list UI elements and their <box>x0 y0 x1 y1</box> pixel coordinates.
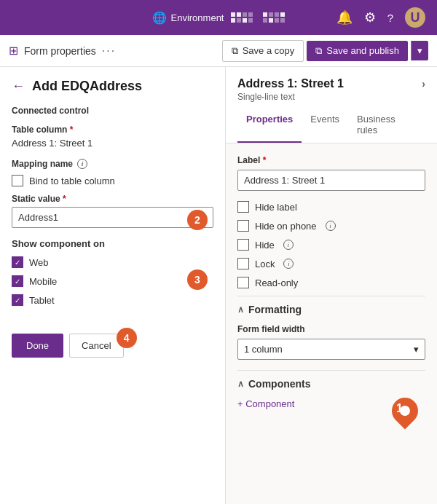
hide-checkbox[interactable] <box>237 239 249 251</box>
field-subtitle: Single-line text <box>237 92 425 102</box>
left-panel-inner: ← Add EDQAddress Connected control Table… <box>12 79 213 358</box>
save-publish-button[interactable]: ⧉ Save and publish <box>307 41 408 61</box>
gear-icon[interactable]: ⚙ <box>364 9 376 25</box>
mapping-name-info-icon[interactable]: i <box>77 159 87 169</box>
panel-title: Add EDQAddress <box>32 79 142 94</box>
right-header: Address 1: Street 1 › Single-line text P… <box>226 67 437 143</box>
panel-title-row: ← Add EDQAddress <box>12 79 213 94</box>
select-chevron-icon: ▾ <box>414 344 419 355</box>
required-indicator: * <box>70 125 74 135</box>
tab-events[interactable]: Events <box>302 108 348 143</box>
form-field-width-value: 1 column <box>244 344 283 355</box>
toolbar-right: ⧉ Save a copy ⧉ Save and publish ▾ <box>222 40 428 62</box>
hide-on-phone-row: Hide on phone i <box>237 220 425 232</box>
label-field-label: Label * <box>237 155 425 165</box>
hide-row: Hide i <box>237 239 425 251</box>
mobile-checkbox-row: ✓ Mobile <box>12 275 213 287</box>
tablet-checkbox[interactable]: ✓ <box>12 294 23 306</box>
hide-label-text: Hide label <box>255 202 297 213</box>
right-header-title-row: Address 1: Street 1 › <box>237 77 425 90</box>
hide-on-phone-text: Hide on phone <box>255 221 317 232</box>
tab-properties[interactable]: Properties <box>237 108 302 143</box>
step-badge-1-wrapper: 1 <box>392 398 418 424</box>
hide-text: Hide <box>255 240 275 251</box>
environment-section: 🌐 Environment <box>152 11 286 25</box>
tab-business-rules[interactable]: Business rules <box>348 108 425 143</box>
static-value-wrapper: 2 <box>12 207 213 228</box>
more-options-icon[interactable]: ··· <box>102 44 116 58</box>
field-title: Address 1: Street 1 <box>237 77 344 90</box>
save-publish-dropdown-button[interactable]: ▾ <box>411 41 428 60</box>
step-badge-3: 3 <box>187 269 208 290</box>
bind-to-table-checkbox[interactable] <box>12 175 23 186</box>
show-component-section: ✓ Web ✓ Mobile ✓ Tablet 3 <box>12 256 213 306</box>
copy-icon: ⧉ <box>232 45 238 57</box>
done-button[interactable]: Done <box>12 334 63 358</box>
top-navigation-bar: 🌐 Environment 🔔 ⚙ ? U <box>0 0 437 35</box>
avatar[interactable]: U <box>405 7 425 28</box>
right-body: Label * Hide label Hide on phone i Hide … <box>226 143 437 421</box>
bell-icon[interactable]: 🔔 <box>336 9 353 25</box>
static-value-input[interactable] <box>12 207 213 228</box>
hide-on-phone-checkbox[interactable] <box>237 220 249 232</box>
top-bar-actions: 🔔 ⚙ ? U <box>336 7 425 28</box>
formatting-chevron-icon: ∧ <box>237 304 244 315</box>
back-arrow-icon[interactable]: ← <box>12 79 25 94</box>
web-label: Web <box>29 257 49 268</box>
help-icon[interactable]: ? <box>387 12 393 24</box>
tablet-checkbox-row: ✓ Tablet <box>12 294 213 306</box>
app-grid-icon-2 <box>263 12 285 23</box>
mapping-name-label: Mapping name <box>12 159 73 169</box>
form-field-width-label: Form field width <box>237 324 425 334</box>
tablet-label: Tablet <box>29 295 55 306</box>
bottom-buttons: Done Cancel 4 <box>12 334 213 358</box>
field-properties-panel: Address 1: Street 1 › Single-line text P… <box>226 67 437 504</box>
tabs-bar: Properties Events Business rules <box>237 108 425 143</box>
read-only-row: Read-only <box>237 277 425 288</box>
form-field-width-select[interactable]: 1 column ▾ <box>237 339 425 360</box>
web-checkbox[interactable]: ✓ <box>12 256 23 268</box>
save-copy-button[interactable]: ⧉ Save a copy <box>222 40 304 62</box>
components-section: ∧ Components + Component 1 <box>237 378 425 409</box>
step-badge-4: 4 <box>117 328 137 348</box>
mapping-name-header: Mapping name i <box>12 159 213 169</box>
chevron-down-icon: ▾ <box>417 45 422 56</box>
table-column-value: Address 1: Street 1 <box>12 138 213 149</box>
components-header[interactable]: ∧ Components <box>237 378 425 390</box>
read-only-text: Read-only <box>255 277 298 288</box>
hide-on-phone-info-icon[interactable]: i <box>326 221 336 231</box>
hide-label-checkbox[interactable] <box>237 201 249 213</box>
formatting-header[interactable]: ∧ Formatting <box>237 304 425 315</box>
web-checkbox-row: ✓ Web <box>12 256 213 268</box>
cancel-button[interactable]: Cancel <box>69 334 123 358</box>
label-required: * <box>263 155 267 165</box>
separator-1 <box>237 296 425 296</box>
connected-control-label: Connected control <box>12 106 213 116</box>
lock-checkbox[interactable] <box>237 258 249 269</box>
step-badge-1: 1 <box>396 402 403 415</box>
cancel-wrapper: Cancel 4 <box>69 334 123 358</box>
globe-icon: 🌐 <box>152 11 167 25</box>
hide-label-row: Hide label <box>237 201 425 213</box>
environment-label: Environment <box>171 12 224 23</box>
bind-to-table-label: Bind to table column <box>29 176 115 186</box>
lock-info-icon[interactable]: i <box>283 259 294 269</box>
label-field-input[interactable] <box>237 170 425 191</box>
add-edqaddress-panel: ← Add EDQAddress Connected control Table… <box>0 67 226 504</box>
mobile-label: Mobile <box>29 276 57 287</box>
main-content: ← Add EDQAddress Connected control Table… <box>0 67 437 504</box>
read-only-checkbox[interactable] <box>237 277 249 288</box>
right-chevron-icon[interactable]: › <box>422 78 425 90</box>
location-pin-icon <box>387 393 424 430</box>
form-icon: ⊞ <box>9 44 18 58</box>
static-required: * <box>63 194 66 204</box>
components-chevron-icon: ∧ <box>237 379 244 389</box>
app-grid-icon <box>231 12 253 23</box>
form-properties-label: Form properties <box>24 45 96 57</box>
static-value-label: Static value * <box>12 194 213 204</box>
hide-info-icon[interactable]: i <box>283 240 294 250</box>
mobile-checkbox[interactable]: ✓ <box>12 275 23 287</box>
formatting-label: Formatting <box>248 304 302 315</box>
toolbar: ⊞ Form properties ··· ⧉ Save a copy ⧉ Sa… <box>0 35 437 67</box>
add-component-text: + Component <box>237 398 294 409</box>
